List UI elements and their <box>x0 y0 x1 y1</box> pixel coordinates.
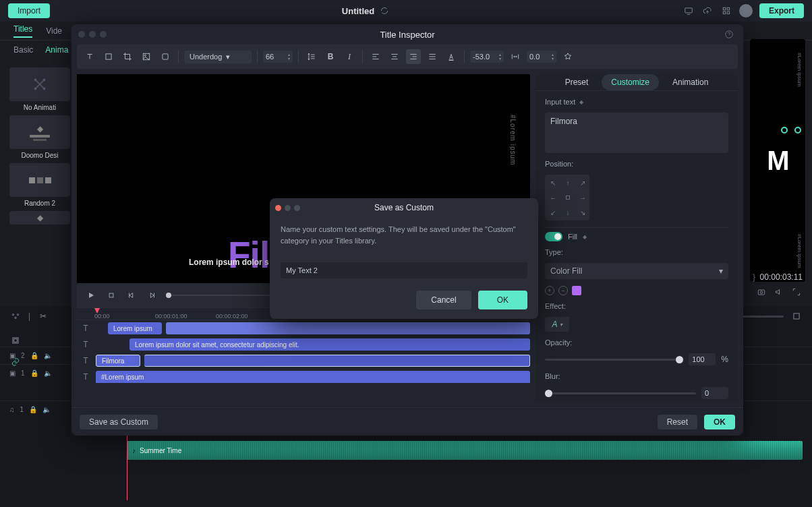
lock-icon[interactable]: 🔒 <box>30 369 38 377</box>
bold-button[interactable]: B <box>323 49 338 64</box>
blur-slider[interactable] <box>545 392 696 394</box>
keyframe-diamond-icon[interactable]: ◆ <box>579 99 583 105</box>
lock-icon[interactable]: 🔒 <box>29 406 37 413</box>
group-icon[interactable] <box>9 334 22 347</box>
image-icon[interactable] <box>139 49 154 64</box>
anchor-center[interactable] <box>561 191 575 204</box>
text-clip[interactable]: #Lorem ipsum <box>96 371 530 383</box>
help-icon[interactable] <box>723 28 735 40</box>
step-forward-button[interactable] <box>146 289 158 301</box>
fullscreen-icon[interactable] <box>790 286 803 298</box>
remove-color-button[interactable]: − <box>558 286 568 295</box>
text-track-row[interactable]: T Lorem ipsum <box>77 320 530 336</box>
audio-clip[interactable]: ♪ Summer Time <box>127 441 803 460</box>
subtab-basic[interactable]: Basic <box>13 45 33 55</box>
transform-icon[interactable] <box>101 49 116 64</box>
link-icon[interactable] <box>9 356 22 368</box>
cut-icon[interactable]: ✂ <box>37 310 49 322</box>
play-button[interactable] <box>85 289 97 301</box>
inspector-titlebar[interactable]: Title Inspector <box>71 24 743 44</box>
snapshot-icon[interactable] <box>755 286 767 298</box>
align-right-icon[interactable] <box>406 49 421 64</box>
text-track-row[interactable]: T #Lorem ipsum <box>77 369 530 385</box>
input-text-field[interactable] <box>545 113 728 153</box>
fill-type-select[interactable]: Color Fill ▾ <box>545 263 728 279</box>
align-justify-icon[interactable] <box>425 49 440 64</box>
subtab-animation[interactable]: Anima <box>45 45 68 55</box>
settings-icon[interactable] <box>9 310 22 322</box>
tab-video[interactable]: Vide <box>46 26 62 36</box>
crop-icon[interactable] <box>120 49 135 64</box>
preset-card[interactable]: ◆ <box>9 211 70 225</box>
presets-icon[interactable] <box>560 49 575 64</box>
import-button[interactable]: Import <box>8 3 50 18</box>
anchor-e[interactable]: → <box>576 191 589 204</box>
text-clip[interactable]: Lorem ipsum <box>108 322 162 334</box>
opacity-slider[interactable] <box>545 359 683 361</box>
mute-icon[interactable]: 🔈 <box>42 406 51 413</box>
export-button[interactable]: Export <box>759 3 804 18</box>
cancel-button[interactable]: Cancel <box>416 291 471 309</box>
shape-icon[interactable] <box>158 49 173 64</box>
save-as-custom-button[interactable]: Save as Custom <box>80 415 158 429</box>
user-avatar[interactable] <box>739 4 753 18</box>
add-color-button[interactable]: + <box>545 286 554 295</box>
font-family-select[interactable]: Underdog▾ <box>184 51 252 63</box>
step-back-button[interactable] <box>125 289 138 301</box>
anchor-nw[interactable]: ↖ <box>546 176 560 189</box>
effect-select[interactable]: A ▾ <box>545 317 569 332</box>
custom-name-input[interactable] <box>281 262 527 278</box>
leading-input[interactable]: 0.0▴▾ <box>527 51 556 63</box>
tab-animation[interactable]: Animation <box>663 74 718 90</box>
text-clip-tail[interactable] <box>166 322 530 334</box>
letter-spacing-icon[interactable] <box>508 49 523 64</box>
text-clip-tail[interactable] <box>144 355 530 367</box>
dialog-titlebar[interactable]: Save as Custom <box>270 198 538 217</box>
anchor-sw[interactable]: ↙ <box>546 206 560 219</box>
cloud-upload-icon[interactable] <box>701 5 714 17</box>
mute-icon[interactable]: 🔈 <box>44 352 52 359</box>
lock-icon[interactable]: 🔒 <box>30 352 38 359</box>
dialog-window-controls[interactable] <box>275 205 300 211</box>
text-track-row[interactable]: T Lorem ipsum dolor sit amet, consectetu… <box>77 336 530 353</box>
font-size-input[interactable]: 66▴▾ <box>263 51 293 63</box>
line-height-icon[interactable] <box>304 49 319 64</box>
dialog-ok-button[interactable]: OK <box>478 291 527 309</box>
ok-button[interactable]: OK <box>704 415 735 429</box>
text-clip-selected[interactable]: Filmora <box>96 355 140 367</box>
anchor-n[interactable]: ↑ <box>561 176 575 189</box>
anchor-s[interactable]: ↓ <box>561 206 575 219</box>
opacity-value[interactable] <box>689 353 716 365</box>
anchor-ne[interactable]: ↗ <box>576 176 589 189</box>
align-center-icon[interactable] <box>387 49 402 64</box>
view-menu-icon[interactable] <box>790 310 803 322</box>
tab-customize[interactable]: Customize <box>602 74 659 90</box>
monitor-icon[interactable] <box>683 5 695 17</box>
apps-grid-icon[interactable] <box>720 5 732 17</box>
fill-toggle[interactable] <box>545 232 562 241</box>
mute-icon[interactable]: 🔈 <box>44 369 52 377</box>
text-track-row[interactable]: T Filmora <box>77 353 530 369</box>
preset-card[interactable]: Random 2 <box>9 163 70 207</box>
svg-rect-19 <box>163 54 168 59</box>
tab-titles[interactable]: Titles <box>13 24 32 38</box>
keyframe-diamond-icon[interactable]: ◆ <box>583 234 587 240</box>
text-color-icon[interactable] <box>444 49 459 64</box>
tab-preset[interactable]: Preset <box>556 74 598 90</box>
tracking-input[interactable]: -53.0▴▾ <box>470 51 504 63</box>
reset-button[interactable]: Reset <box>658 415 697 429</box>
blur-value[interactable] <box>701 387 728 399</box>
text-tool-icon[interactable] <box>82 49 97 64</box>
stop-button[interactable] <box>105 289 117 301</box>
text-clip[interactable]: Lorem ipsum dolor sit amet, consectetur … <box>129 338 530 351</box>
window-controls[interactable] <box>78 31 107 38</box>
anchor-w[interactable]: ← <box>546 191 560 204</box>
preset-card[interactable]: ◆ Doomo Desi <box>9 115 70 159</box>
fill-color-swatch[interactable] <box>572 286 581 295</box>
italic-button[interactable]: I <box>342 49 357 64</box>
position-anchor-grid[interactable]: ↖ ↑ ↗ ← → ↙ ↓ ↘ <box>545 175 589 220</box>
preset-card[interactable]: No Animati <box>9 67 70 111</box>
volume-icon[interactable] <box>773 286 785 298</box>
anchor-se[interactable]: ↘ <box>576 206 589 219</box>
align-left-icon[interactable] <box>368 49 383 64</box>
